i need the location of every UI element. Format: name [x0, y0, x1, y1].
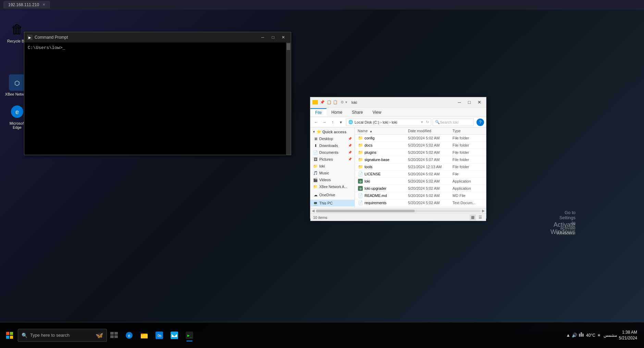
file-name-config: 📁 config [358, 136, 408, 140]
file-name-docs: 📁 docs [358, 143, 408, 148]
cmd-titlebar[interactable]: ▶ Command Prompt ─ □ ✕ [24, 32, 291, 42]
search-box[interactable]: 🔍 Search loki [433, 119, 474, 126]
taskbar-mail-app[interactable] [167, 328, 182, 342]
tab-share[interactable]: Share [347, 109, 368, 116]
file-row-loki-exe[interactable]: ⚙ loki 5/20/2024 5:02 AM Application [355, 178, 486, 185]
svg-rect-20 [141, 334, 144, 335]
file-icon-loki-upgrader: ⚙ [358, 186, 363, 191]
nav-item-loki[interactable]: 📁 loki [310, 163, 355, 170]
nav-item-videos[interactable]: 🎬 Videos [310, 176, 355, 183]
scroll-left-btn[interactable]: ◀ [312, 209, 314, 213]
explorer-maximize-button[interactable]: □ [465, 99, 474, 106]
nav-item-this-pc[interactable]: 💻 This PC [310, 200, 355, 207]
file-type-requirements: Text Docum... [453, 201, 483, 205]
cmd-content-area[interactable]: C:\Users\low>_ [24, 42, 291, 155]
rdp-tab-close-button[interactable]: ✕ [42, 3, 45, 7]
path-icon: 🌐 [348, 120, 353, 124]
explorer-window-controls: ─ □ ✕ [455, 99, 484, 106]
nav-item-pictures[interactable]: 🖼 Pictures 📌 [310, 156, 355, 163]
nav-item-xbee-network[interactable]: 📁 XBee Network A... [310, 183, 355, 190]
details-view-button[interactable]: ▦ [470, 214, 476, 220]
back-button[interactable]: ← [312, 119, 320, 126]
taskbar-explorer-app[interactable] [137, 328, 151, 342]
col-header-name[interactable]: Name ▲ [358, 129, 408, 133]
svg-text:🛍: 🛍 [157, 333, 161, 338]
desktop: 🗑 Recycle Bin ⬡ XBee Netwo... e Microsof… [0, 10, 644, 332]
rdp-tab[interactable]: 192.168.111.210 ✕ [3, 1, 50, 9]
tray-speaker-icon[interactable]: 🔊 [572, 333, 577, 338]
explorer-titlebar[interactable]: 📌 📋 📋 ⚙ ▾ loki ─ □ ✕ [310, 97, 486, 108]
file-row-plugins[interactable]: 📁 plugins 5/20/2024 5:02 AM File folder [355, 149, 486, 156]
scroll-right-btn[interactable]: ▶ [482, 209, 485, 213]
task-view-button[interactable] [108, 329, 121, 341]
tray-network-icon[interactable] [579, 332, 584, 338]
search-placeholder: Search loki [440, 120, 458, 124]
file-row-LICENSE[interactable]: 📄 LICENSE 5/20/2024 5:02 AM File [355, 171, 486, 178]
svg-rect-27 [579, 334, 580, 337]
cmd-close-button[interactable]: ✕ [278, 34, 288, 41]
taskbar-store-app[interactable]: 🛍 [152, 328, 166, 342]
col-header-type[interactable]: Type [453, 129, 483, 133]
nav-item-downloads[interactable]: ⬇ Downloads 📌 [310, 142, 355, 149]
pictures-nav-label: Pictures [319, 157, 333, 161]
cmd-window-icon: ▶ [27, 35, 33, 40]
address-path-display[interactable]: 🌐 Local Disk (C:) › loki › loki ▾ ↻ [346, 119, 431, 126]
store-taskbar-icon: 🛍 [156, 332, 163, 339]
taskbar-cmd-app[interactable]: ▶_ [182, 328, 197, 342]
file-row-signature-base[interactable]: 📁 signature-base 5/20/2024 5:07 AM File … [355, 156, 486, 163]
file-row-loki-upgrader[interactable]: ⚙ loki-upgrader 5/20/2024 5:02 AM Applic… [355, 185, 486, 192]
svg-rect-26 [581, 332, 582, 337]
toolbar-pin: 📌 [320, 100, 325, 104]
system-clock[interactable]: 1:38 AM 5/21/2024 [619, 330, 637, 341]
recent-button[interactable]: ▾ [337, 119, 345, 126]
help-button[interactable]: ? [476, 119, 484, 126]
file-type-docs: File folder [453, 143, 483, 147]
file-type-LICENSE: File [453, 172, 483, 176]
start-button[interactable] [3, 328, 16, 342]
file-icon-LICENSE: 📄 [358, 172, 363, 176]
music-nav-icon: 🎵 [313, 171, 318, 175]
loki-nav-icon: 📁 [313, 164, 318, 169]
svg-rect-11 [10, 336, 13, 339]
explorer-close-button[interactable]: ✕ [474, 99, 484, 106]
col-header-date[interactable]: Date modified [408, 129, 453, 133]
nav-item-music[interactable]: 🎵 Music [310, 170, 355, 176]
up-button[interactable]: ↑ [329, 119, 336, 126]
videos-nav-label: Videos [319, 178, 331, 182]
svg-text:⚙: ⚙ [359, 187, 362, 190]
task-view-icon [110, 332, 119, 339]
tab-file[interactable]: File [310, 108, 326, 116]
recycle-bin-image: 🗑 [9, 21, 25, 38]
documents-nav-label: Documents [319, 150, 338, 154]
nav-item-desktop[interactable]: 🖥 Desktop 📌 [310, 135, 355, 142]
refresh-button[interactable]: ↻ [426, 120, 429, 124]
file-row-readme[interactable]: 📄 README.md 5/20/2024 5:02 AM MD File [355, 192, 486, 199]
cmd-scrollbar[interactable] [286, 42, 291, 155]
tray-expand-icon[interactable]: ▲ [566, 333, 570, 338]
nav-item-documents[interactable]: 📄 Documents 📌 [310, 149, 355, 156]
toolbar-copy: 📋 [327, 100, 332, 104]
cmd-maximize-button[interactable]: □ [268, 34, 278, 41]
toolbar-paste: 📋 [333, 100, 338, 104]
file-type-loki-upgrader: Application [453, 186, 483, 190]
list-view-button[interactable]: ☰ [477, 214, 483, 220]
forward-button[interactable]: → [321, 119, 328, 126]
file-row-tools[interactable]: 📁 tools 5/21/2024 12:13 AM File folder [355, 163, 486, 171]
scrollbar-track[interactable] [316, 210, 481, 212]
taskbar-edge-app[interactable]: e [122, 328, 136, 342]
nav-item-onedrive[interactable]: ☁ OneDrive [310, 191, 355, 198]
cmd-minimize-button[interactable]: ─ [258, 34, 268, 41]
file-row-docs[interactable]: 📁 docs 5/20/2024 5:02 AM File folder [355, 142, 486, 149]
file-row-config[interactable]: 📁 config 5/20/2024 5:02 AM File folder [355, 135, 486, 142]
tab-home[interactable]: Home [326, 109, 347, 116]
file-row-requirements[interactable]: 📄 requirements 5/20/2024 5:02 AM Text Do… [355, 199, 486, 207]
file-name-readme: 📄 README.md [358, 193, 408, 198]
tab-view[interactable]: View [368, 109, 386, 116]
taskbar-search-bar[interactable]: 🔍 Type here to search 🦋 [18, 329, 107, 342]
path-dropdown[interactable]: ▾ [421, 120, 423, 124]
quick-access-header[interactable]: ▼ ⭐ Quick access [310, 128, 355, 135]
explorer-horizontal-scrollbar[interactable]: ◀ ▶ [310, 208, 486, 213]
explorer-minimize-button[interactable]: ─ [455, 99, 464, 106]
folder-icon-signature: 📁 [358, 157, 363, 162]
explorer-nav-panel: ▼ ⭐ Quick access 🖥 Desktop 📌 ⬇ Downloads… [310, 127, 355, 208]
